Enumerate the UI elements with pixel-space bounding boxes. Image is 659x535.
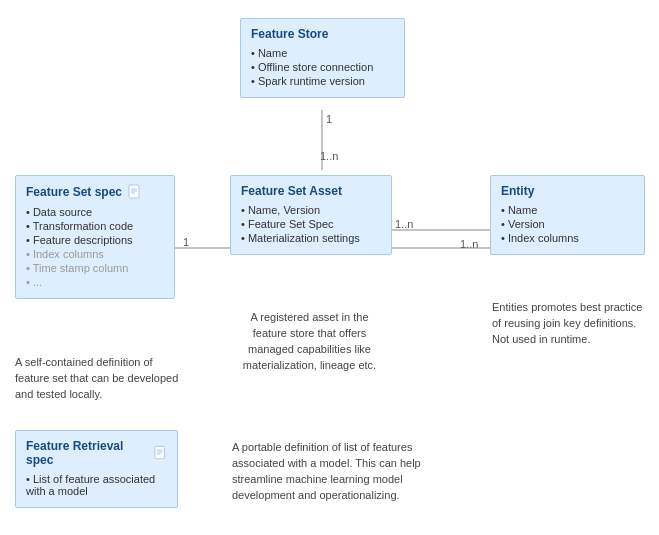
asset-item-1: • Feature Set Spec xyxy=(241,218,381,230)
diagram: Feature Store • Name • Offline store con… xyxy=(0,0,659,535)
label-1: 1 xyxy=(326,113,332,125)
label-1n-asset-upper: 1..n xyxy=(395,218,413,230)
entity-item-1: • Version xyxy=(501,218,634,230)
retrieval-doc-icon xyxy=(154,445,167,461)
asset-item-2: • Materialization settings xyxy=(241,232,381,244)
spec-item-3: • Index columns xyxy=(26,248,164,260)
entity-title: Entity xyxy=(501,184,634,198)
label-1n-asset-lower: 1..n xyxy=(460,238,478,250)
feature-store-item-1: • Offline store connection xyxy=(251,61,394,73)
feature-store-item-2: • Spark runtime version xyxy=(251,75,394,87)
svg-rect-8 xyxy=(155,446,164,458)
asset-item-0: • Name, Version xyxy=(241,204,381,216)
entity-box: Entity • Name • Version • Index columns xyxy=(490,175,645,255)
spec-item-5: • ... xyxy=(26,276,164,288)
feature-set-spec-box: Feature Set spec • Data source • Transfo… xyxy=(15,175,175,299)
feature-set-asset-title: Feature Set Asset xyxy=(241,184,381,198)
entity-item-0: • Name xyxy=(501,204,634,216)
retrieval-item-0: • List of feature associated with a mode… xyxy=(26,473,167,497)
entity-item-2: • Index columns xyxy=(501,232,634,244)
label-1n-1: 1..n xyxy=(320,150,338,162)
feature-retrieval-spec-title: Feature Retrieval spec xyxy=(26,439,167,467)
feature-set-spec-title: Feature Set spec xyxy=(26,184,164,200)
feature-store-title: Feature Store xyxy=(251,27,394,41)
feature-set-spec-desc: A self-contained definition of feature s… xyxy=(15,355,180,403)
spec-item-0: • Data source xyxy=(26,206,164,218)
feature-store-box: Feature Store • Name • Offline store con… xyxy=(240,18,405,98)
feature-set-asset-box: Feature Set Asset • Name, Version • Feat… xyxy=(230,175,392,255)
feature-set-asset-desc: A registered asset in the feature store … xyxy=(232,310,387,374)
feature-retrieval-spec-desc: A portable definition of list of feature… xyxy=(232,440,427,504)
spec-item-4: • Time stamp column xyxy=(26,262,164,274)
doc-icon xyxy=(128,184,142,200)
entity-desc: Entities promotes best practice of reusi… xyxy=(492,300,647,348)
spec-item-2: • Feature descriptions xyxy=(26,234,164,246)
feature-store-item-0: • Name xyxy=(251,47,394,59)
feature-retrieval-spec-box: Feature Retrieval spec • List of feature… xyxy=(15,430,178,508)
spec-item-1: • Transformation code xyxy=(26,220,164,232)
label-1-spec: 1 xyxy=(183,236,189,248)
